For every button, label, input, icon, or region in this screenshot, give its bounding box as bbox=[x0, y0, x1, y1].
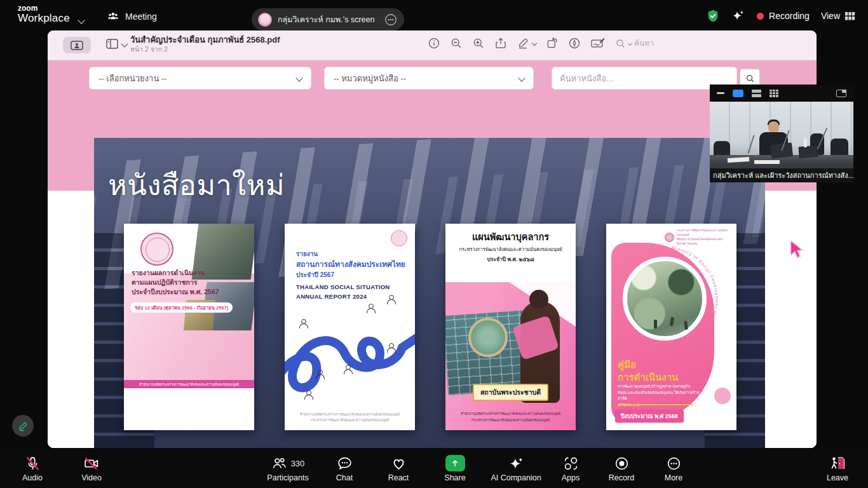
view-button[interactable]: View bbox=[821, 11, 855, 21]
people-icon bbox=[107, 10, 119, 23]
person-avatar-icon bbox=[386, 343, 395, 352]
library-website: -- เลือกหน่วยงาน -- -- หมวดหมู่หนังสือ -… bbox=[48, 60, 817, 448]
fiscal-year-label: ปีงบประมาณ พ.ศ 2568 bbox=[615, 410, 684, 423]
watercolor-photo-circle bbox=[623, 257, 707, 341]
pencil-icon bbox=[18, 421, 29, 431]
recording-label: Recording bbox=[769, 11, 810, 21]
screen-person-icon bbox=[71, 41, 83, 50]
markup-chevron-icon bbox=[532, 41, 537, 46]
signature-icon[interactable] bbox=[590, 37, 606, 50]
book-search-input[interactable] bbox=[560, 74, 729, 83]
microphone-muted-icon bbox=[25, 456, 41, 471]
participant-video[interactable]: กลุ่มวิเคราะห์ และเฝ้าระวังสถานการณ์ทางส… bbox=[710, 102, 853, 182]
chevron-down-icon bbox=[518, 74, 525, 81]
participant-name-caption: กลุ่มวิเคราะห์ และเฝ้าระวังสถานการณ์ทางส… bbox=[710, 168, 853, 182]
gallery-view-icon[interactable] bbox=[770, 90, 778, 97]
more-button[interactable]: More bbox=[635, 454, 712, 482]
search-icon bbox=[745, 74, 755, 83]
person-avatar-icon bbox=[299, 319, 308, 328]
shared-screen-pill[interactable]: กลุ่มวิเคราะห์ กมพ.'s screen bbox=[252, 8, 404, 30]
video-button[interactable]: Video bbox=[53, 454, 130, 482]
book-cover-annual-performance-report[interactable]: รายงานผลการดำเนินงาน ตามแผนปฏิบัติราชการ… bbox=[124, 224, 254, 430]
meeting-tab-label: Meeting bbox=[125, 11, 157, 22]
report-period-pill: รอบ 12 เดือน (ตุลาคม 2566 - กันยายน 2567… bbox=[130, 302, 233, 313]
meeting-controls-bar: Audio Video 330 bbox=[0, 448, 868, 488]
share-screen-icon bbox=[445, 455, 465, 471]
camera-off-icon bbox=[83, 456, 100, 471]
agency-dropdown[interactable]: -- เลือกหน่วยงาน -- bbox=[89, 67, 311, 90]
cover-footer: สำนักงานปลัดกระทรวงการพัฒนาสังคมและความม… bbox=[124, 380, 254, 388]
person-avatar-icon bbox=[386, 295, 395, 304]
info-icon[interactable] bbox=[428, 37, 440, 50]
sharer-avatar bbox=[258, 13, 272, 27]
rotate-page-icon[interactable] bbox=[546, 37, 559, 50]
person-avatar-icon bbox=[304, 390, 313, 399]
person-avatar-icon bbox=[315, 370, 324, 379]
pdf-search-input[interactable] bbox=[634, 39, 691, 48]
pdf-file-info: วันสำคัญประจำเดือน กุมภาพันธ์ 2568.pdf ห… bbox=[130, 35, 280, 53]
draw-tool-icon[interactable] bbox=[568, 37, 581, 50]
tab-meeting[interactable]: Meeting bbox=[107, 10, 157, 23]
zoom-in-icon[interactable] bbox=[472, 37, 485, 50]
category-dropdown[interactable]: -- หมวดหมู่หนังสือ -- bbox=[324, 67, 534, 90]
search-options-chevron-icon bbox=[628, 41, 632, 45]
book-cover-operations-manual[interactable]: กระทรวงการพัฒนาสังคมและความมั่นคงของมนุษ… bbox=[606, 224, 736, 430]
banner-heading: หนังสือมาใหม่ bbox=[108, 162, 285, 208]
heart-icon bbox=[391, 456, 407, 471]
markup-button[interactable] bbox=[517, 37, 536, 50]
book-cover-personnel-development-plan[interactable]: สถาบันพระประชาบดี สำนักงานปลัดกระทรวงการ… bbox=[445, 224, 576, 430]
pdf-file-title: วันสำคัญประจำเดือน กุมภาพันธ์ 2568.pdf bbox=[130, 35, 280, 45]
shared-screen-title: กลุ่มวิเคราะห์ กมพ.'s screen bbox=[278, 13, 378, 26]
more-options-icon[interactable] bbox=[384, 13, 398, 27]
security-shield-icon[interactable] bbox=[706, 9, 720, 23]
sidebar-toggle-button[interactable] bbox=[106, 39, 127, 49]
markup-pen-icon bbox=[517, 37, 529, 50]
minimize-video-icon[interactable] bbox=[717, 92, 724, 94]
leave-button[interactable]: Leave bbox=[799, 454, 868, 482]
participants-count: 330 bbox=[291, 459, 305, 468]
ai-sparkle-icon bbox=[508, 456, 524, 471]
ai-companion-sparkle-icon[interactable] bbox=[731, 9, 745, 23]
speaker-view-icon[interactable] bbox=[752, 90, 761, 97]
zoom-out-icon[interactable] bbox=[450, 37, 463, 50]
chevron-down-icon bbox=[295, 74, 302, 81]
shared-screen-content: วันสำคัญประจำเดือน กุมภาพันธ์ 2568.pdf ห… bbox=[48, 30, 817, 448]
popout-video-icon[interactable] bbox=[836, 90, 846, 97]
top-bar-right: Recording View bbox=[706, 9, 855, 23]
ministry-emblem-icon bbox=[140, 233, 173, 266]
pdf-search-field[interactable] bbox=[615, 38, 691, 49]
video-thumbnail-panel: กลุ่มวิเคราะห์ และเฝ้าระวังสถานการณ์ทางส… bbox=[710, 85, 853, 182]
zoom-meeting-window: zoom Workplace Meeting กลุ่มวิเคราะห์ กม… bbox=[0, 0, 868, 488]
pdf-toolbar-actions bbox=[428, 37, 691, 50]
view-grid-icon bbox=[844, 11, 855, 21]
view-label: View bbox=[821, 11, 840, 21]
ministry-seal-icon bbox=[391, 230, 407, 247]
participants-icon bbox=[271, 456, 287, 471]
share-export-icon[interactable] bbox=[494, 37, 507, 50]
recording-dot-icon bbox=[757, 13, 764, 20]
ministry-logo-icon bbox=[665, 233, 674, 242]
new-books-banner: หนังสือมาใหม่ รายงานผลการดำเนินงาน ตามแผ… bbox=[94, 138, 765, 448]
apps-icon bbox=[563, 456, 579, 471]
recording-indicator: Recording bbox=[757, 11, 810, 21]
person-avatar-icon bbox=[343, 365, 352, 374]
pdf-viewer-toolbar: วันสำคัญประจำเดือน กุมภาพันธ์ 2568.pdf ห… bbox=[48, 30, 817, 60]
pdf-page-indicator: หน้า 2 จาก 2 bbox=[130, 45, 280, 53]
medallion-graphic bbox=[468, 318, 508, 357]
leave-door-icon bbox=[829, 455, 846, 471]
more-ellipsis-icon bbox=[666, 456, 682, 471]
annotate-button[interactable] bbox=[12, 415, 34, 437]
record-icon bbox=[614, 456, 630, 471]
remote-cursor-icon bbox=[788, 239, 807, 262]
presenter-view-button[interactable] bbox=[63, 37, 91, 53]
chat-bubble-icon bbox=[337, 456, 353, 471]
search-icon bbox=[615, 38, 626, 49]
top-bar: zoom Workplace Meeting กลุ่มวิเคราะห์ กม… bbox=[0, 0, 868, 33]
workspace-switcher-chevron-icon[interactable] bbox=[78, 17, 85, 24]
book-cover-social-situation-report[interactable]: รายงาน สถานการณ์ทางสังคมประเทศไทย ประจำป… bbox=[285, 224, 415, 430]
institute-label: สถาบันพระประชาบดี bbox=[473, 384, 548, 401]
active-speaker-view-icon[interactable] bbox=[733, 90, 743, 97]
sidebar-panel-icon bbox=[106, 39, 118, 49]
zoom-workplace-logo: zoom Workplace bbox=[18, 4, 70, 24]
person-avatar-icon bbox=[366, 304, 375, 313]
